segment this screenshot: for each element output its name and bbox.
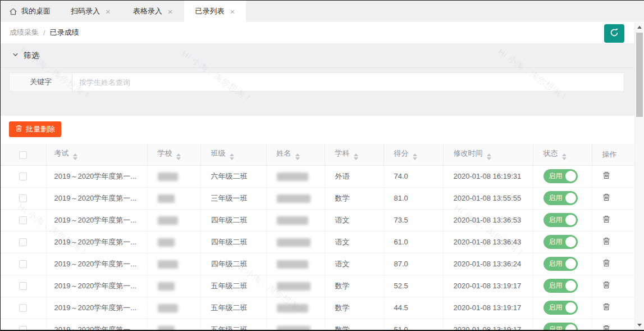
actions-cell xyxy=(592,187,635,209)
row-checkbox[interactable] xyxy=(19,238,27,246)
breadcrumb-parent[interactable]: 成绩采集 xyxy=(10,28,39,38)
class-cell: 四年级二班 xyxy=(200,209,266,231)
filter-section-header[interactable]: 筛选 xyxy=(1,43,644,68)
status-cell: 启用 xyxy=(533,319,592,331)
batch-delete-button[interactable]: 批量删除 xyxy=(9,121,61,137)
sort-icon[interactable] xyxy=(413,153,417,160)
name-redacted-blur xyxy=(277,282,310,291)
row-checkbox[interactable] xyxy=(19,326,27,331)
column-header-class[interactable]: 班级 xyxy=(200,144,266,165)
column-header-status[interactable]: 状态 xyxy=(533,144,592,165)
sort-icon[interactable] xyxy=(295,153,300,160)
sort-icon[interactable] xyxy=(562,153,567,160)
delete-row-icon[interactable] xyxy=(602,281,610,291)
close-icon[interactable]: × xyxy=(230,7,235,16)
trash-icon xyxy=(15,125,22,134)
name-cell xyxy=(266,187,325,209)
table-row: 2019～2020学年度第一... 五年级二班 数学 51.0 2020-01-… xyxy=(1,319,635,331)
sort-icon[interactable] xyxy=(354,153,358,160)
keyword-search-input[interactable] xyxy=(72,73,624,91)
school-cell xyxy=(147,165,200,187)
tab-scan-entry[interactable]: 扫码录入 × xyxy=(60,1,122,22)
scrollbar-thumb[interactable] xyxy=(636,33,643,117)
sort-icon[interactable] xyxy=(487,153,491,160)
tab-table-entry[interactable]: 表格录入 × xyxy=(122,1,184,22)
score-cell: 87.0 xyxy=(383,253,443,275)
status-toggle[interactable]: 启用 xyxy=(543,169,578,183)
status-toggle[interactable]: 启用 xyxy=(543,191,578,205)
toggle-knob xyxy=(565,259,576,269)
row-checkbox[interactable] xyxy=(19,194,27,202)
actions-cell xyxy=(592,231,635,253)
row-checkbox[interactable] xyxy=(19,260,27,268)
scroll-down-icon[interactable] xyxy=(635,320,644,330)
row-checkbox[interactable] xyxy=(19,282,27,290)
status-toggle[interactable]: 启用 xyxy=(543,301,578,315)
keyword-label: 关键字 xyxy=(10,73,72,91)
subject-cell: 语文 xyxy=(325,253,383,275)
actions-cell xyxy=(592,319,635,331)
school-redacted-blur xyxy=(158,260,178,269)
modified-cell: 2020-01-08 13:55:55 xyxy=(443,187,533,209)
status-cell: 启用 xyxy=(533,275,592,297)
name-cell xyxy=(266,253,325,275)
status-toggle[interactable]: 启用 xyxy=(543,213,578,227)
refresh-button[interactable] xyxy=(604,24,624,43)
tab-label: 表格录入 xyxy=(133,6,162,16)
column-header-exam[interactable]: 考试 xyxy=(46,144,147,165)
tab-recorded-list[interactable]: 已录列表 × xyxy=(184,1,246,22)
class-cell: 三年级一班 xyxy=(200,187,266,209)
row-checkbox[interactable] xyxy=(19,173,27,180)
delete-row-icon[interactable] xyxy=(602,325,610,331)
subject-cell: 数学 xyxy=(325,319,383,331)
sort-icon[interactable] xyxy=(73,153,77,160)
status-toggle[interactable]: 启用 xyxy=(543,279,578,293)
status-toggle[interactable]: 启用 xyxy=(543,235,578,249)
school-redacted-blur xyxy=(158,304,178,312)
vertical-scrollbar[interactable] xyxy=(634,22,644,330)
sort-icon[interactable] xyxy=(176,153,181,160)
school-cell xyxy=(147,209,200,231)
status-cell: 启用 xyxy=(533,187,592,209)
toggle-knob xyxy=(565,193,576,203)
column-header-subject[interactable]: 学科 xyxy=(325,144,383,165)
status-toggle[interactable]: 启用 xyxy=(543,323,578,331)
row-checkbox[interactable] xyxy=(19,304,27,312)
delete-row-icon[interactable] xyxy=(602,303,610,312)
sort-icon[interactable] xyxy=(230,153,234,160)
keyword-filter-zone: 关键字 xyxy=(1,68,644,95)
tab-my-desktop[interactable]: 我的桌面 xyxy=(1,1,60,22)
column-header-school[interactable]: 学校 xyxy=(147,144,200,165)
delete-row-icon[interactable] xyxy=(602,171,610,181)
row-checkbox[interactable] xyxy=(19,216,27,224)
table-row: 2019～2020学年度第一... 三年级一班 数学 81.0 2020-01-… xyxy=(1,187,635,209)
delete-row-icon[interactable] xyxy=(602,259,610,269)
filter-title: 筛选 xyxy=(24,51,39,61)
exam-cell: 2019～2020学年度第一... xyxy=(46,187,147,209)
toggle-knob xyxy=(565,302,576,313)
exam-cell: 2019～2020学年度第一... xyxy=(46,231,147,253)
class-cell: 四年级二班 xyxy=(200,253,266,275)
class-cell: 五年级二班 xyxy=(200,319,266,331)
select-all-checkbox[interactable] xyxy=(19,151,27,159)
close-icon[interactable]: × xyxy=(106,7,111,16)
delete-row-icon[interactable] xyxy=(602,237,610,247)
delete-row-icon[interactable] xyxy=(602,193,610,203)
actions-cell xyxy=(592,275,635,297)
school-redacted-blur xyxy=(158,194,175,203)
school-cell xyxy=(147,275,200,297)
status-toggle[interactable]: 启用 xyxy=(543,257,578,271)
close-icon[interactable]: × xyxy=(168,7,173,16)
table-row: 2019～2020学年度第一... 五年级二班 数学 52.5 2020-01-… xyxy=(1,275,635,297)
name-redacted-blur xyxy=(277,304,308,312)
scroll-up-icon[interactable] xyxy=(635,22,644,32)
home-icon xyxy=(9,7,17,16)
column-header-score[interactable]: 得分 xyxy=(383,144,443,165)
table-row: 2019～2020学年度第一... 六年级二班 外语 74.0 2020-01-… xyxy=(1,165,635,187)
class-cell: 六年级二班 xyxy=(200,165,266,187)
actions-cell xyxy=(592,209,635,231)
column-header-name[interactable]: 姓名 xyxy=(266,144,325,165)
delete-row-icon[interactable] xyxy=(602,215,610,225)
spacer xyxy=(1,95,644,116)
column-header-modified[interactable]: 修改时间 xyxy=(443,144,533,165)
